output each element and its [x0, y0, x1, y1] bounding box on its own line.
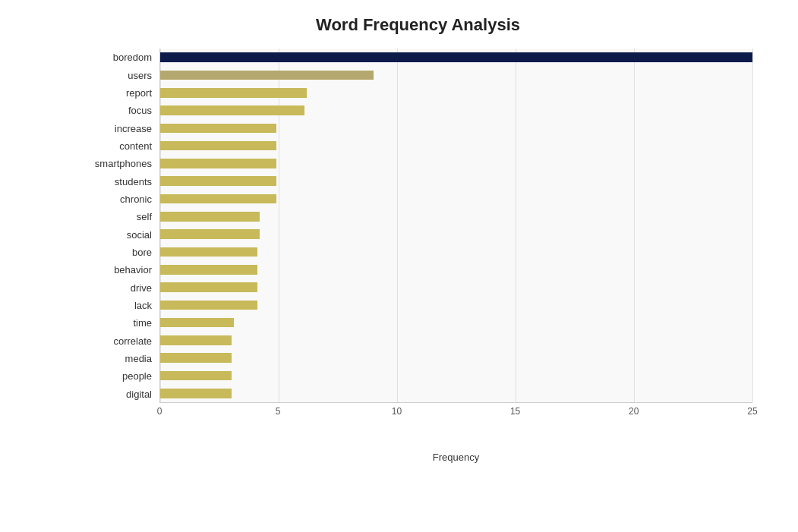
y-label-chronic: chronic	[84, 190, 159, 208]
x-axis-label: Frequency	[159, 452, 752, 463]
y-axis-labels: boredomusersreportfocusincreasecontentsm…	[84, 49, 159, 403]
bar-row-users	[160, 66, 752, 83]
bar-row-media	[160, 349, 752, 367]
bar-fill-increase	[160, 124, 276, 134]
y-label-people: people	[84, 367, 159, 385]
bar-fill-students	[160, 176, 276, 186]
y-label-media: media	[84, 350, 159, 367]
y-label-boredom: boredom	[84, 49, 159, 66]
bar-fill-lack	[160, 301, 257, 310]
bar-fill-correlate	[160, 335, 232, 345]
y-label-social: social	[84, 225, 159, 243]
bar-fill-smartphones	[160, 159, 276, 168]
x-tick-10: 10	[392, 406, 402, 417]
bar-row-people	[160, 367, 752, 384]
bar-row-digital	[160, 385, 752, 402]
bar-fill-social	[160, 229, 260, 239]
bar-fill-time	[160, 318, 234, 328]
bar-fill-users	[160, 71, 374, 80]
y-label-correlate: correlate	[84, 332, 159, 350]
bar-row-focus	[160, 102, 752, 119]
bar-row-self	[160, 208, 752, 225]
bar-row-students	[160, 172, 752, 190]
bar-fill-report	[160, 88, 307, 98]
bar-row-correlate	[160, 332, 752, 349]
bar-row-drive	[160, 279, 752, 296]
bar-fill-people	[160, 371, 232, 381]
bar-fill-content	[160, 141, 276, 151]
y-label-behavior: behavior	[84, 261, 159, 279]
y-label-focus: focus	[84, 102, 159, 119]
bar-fill-behavior	[160, 265, 257, 275]
y-label-increase: increase	[84, 119, 159, 137]
bar-fill-boredom	[160, 52, 752, 62]
y-label-users: users	[84, 66, 159, 83]
bar-row-smartphones	[160, 155, 752, 172]
bar-fill-media	[160, 353, 232, 363]
bar-row-behavior	[160, 261, 752, 279]
bar-fill-digital	[160, 389, 232, 398]
bar-row-content	[160, 137, 752, 155]
y-label-lack: lack	[84, 297, 159, 314]
bar-row-bore	[160, 243, 752, 260]
bar-row-chronic	[160, 190, 752, 207]
y-label-time: time	[84, 314, 159, 332]
x-tick-0: 0	[157, 406, 162, 417]
x-tick-25: 25	[747, 406, 757, 417]
y-label-self: self	[84, 208, 159, 225]
bar-row-time	[160, 314, 752, 332]
x-tick-5: 5	[276, 406, 281, 417]
y-label-students: students	[84, 172, 159, 190]
bar-fill-focus	[160, 105, 304, 115]
bar-fill-self	[160, 212, 260, 222]
bar-row-boredom	[160, 49, 752, 66]
y-label-digital: digital	[84, 386, 159, 403]
x-tick-15: 15	[510, 406, 520, 417]
bar-row-lack	[160, 296, 752, 313]
y-label-smartphones: smartphones	[84, 155, 159, 172]
y-label-report: report	[84, 84, 159, 102]
y-label-drive: drive	[84, 279, 159, 296]
bars-grid-area	[159, 49, 752, 403]
bar-fill-chronic	[160, 194, 276, 204]
bar-fill-drive	[160, 282, 257, 292]
bar-row-report	[160, 84, 752, 102]
y-label-content: content	[84, 137, 159, 155]
x-tick-20: 20	[629, 406, 639, 417]
grid-line-25	[752, 49, 753, 402]
y-label-bore: bore	[84, 244, 159, 261]
bar-row-increase	[160, 119, 752, 137]
bar-fill-bore	[160, 247, 257, 257]
chart-container: Word Frequency Analysis boredomusersrepo…	[0, 0, 798, 532]
chart-title: Word Frequency Analysis	[84, 15, 752, 35]
bar-row-social	[160, 225, 752, 243]
